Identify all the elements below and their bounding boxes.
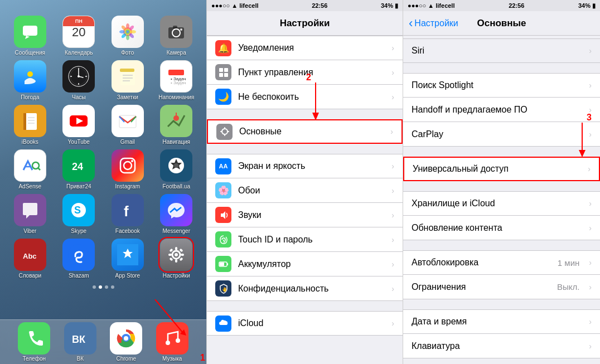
app-messages-label: Сообщения	[15, 50, 45, 56]
settings-cell-sounds[interactable]: Звуки ›	[207, 203, 403, 227]
general-cell-restrictions[interactable]: Ограничения Выкл. ›	[403, 275, 600, 299]
app-weather[interactable]: Погода	[8, 60, 52, 100]
svg-rect-72	[175, 259, 177, 263]
controlcenter-chevron: ›	[391, 68, 394, 77]
svg-rect-76	[180, 248, 183, 252]
general-cell-handoff[interactable]: Handoff и предлагаемое ПО ›	[403, 98, 600, 122]
settings-cell-touchid[interactable]: Touch ID и пароль ›	[207, 227, 403, 252]
app-shazam[interactable]: Shazam	[57, 239, 101, 279]
app-privat24[interactable]: 24 Приват24	[57, 149, 101, 190]
general-cell-siri[interactable]: Siri ›	[403, 38, 600, 63]
settings-cell-wallpaper[interactable]: 🌸 Обои ›	[207, 178, 403, 203]
notifications-icon: 🔔	[215, 40, 231, 56]
signal-2: ●●●○○	[211, 2, 230, 9]
general-icon	[216, 124, 233, 140]
app-slovari[interactable]: Abc Словари	[8, 239, 52, 279]
settings-cell-battery[interactable]: Аккумулятор ›	[207, 252, 403, 276]
app-messenger[interactable]: Messenger	[154, 194, 199, 234]
svg-point-17	[180, 28, 182, 31]
app-skype[interactable]: S Skype	[57, 194, 101, 234]
keyboard-label: Клавиатура	[412, 341, 582, 351]
handoff-label: Handoff и предлагаемое ПО	[412, 105, 582, 115]
dock-music-icon	[156, 322, 188, 355]
general-cell-carplay[interactable]: CarPlay ›	[403, 122, 600, 147]
general-cell-bgrefresh[interactable]: Обновление контента ›	[403, 216, 600, 240]
svg-rect-95	[224, 134, 225, 136]
app-camera[interactable]: Камера	[154, 16, 199, 56]
app-youtube[interactable]: YouTube	[57, 105, 101, 145]
app-appstore[interactable]: App Store	[105, 239, 150, 279]
dock-chrome[interactable]: Chrome	[110, 322, 142, 362]
icloud-label: iCloud	[238, 318, 385, 328]
controlcenter-icon	[215, 64, 231, 80]
settings-cell-donotdisturb[interactable]: 🌙 Не беспокоить ›	[207, 85, 403, 109]
dot-4	[111, 285, 114, 289]
app-adsense-icon	[14, 149, 46, 182]
app-settings[interactable]: Настройки	[154, 239, 199, 279]
gap-2	[403, 147, 600, 157]
app-skype-icon: S	[62, 194, 95, 226]
svg-rect-78	[180, 257, 183, 261]
app-ibooks[interactable]: iBooks	[8, 105, 52, 145]
settings-cell-icloud[interactable]: iCloud ›	[207, 311, 403, 336]
back-arrow-icon: ‹	[409, 17, 413, 30]
settings-cell-display[interactable]: AA Экран и яркость ›	[207, 154, 403, 178]
carplay-label: CarPlay	[412, 129, 582, 139]
gap-3	[403, 181, 600, 191]
touchid-icon	[215, 231, 231, 247]
phone3-general: ●●●○○ ▲ lifecell 22:56 34% ▮ ‹ Настройки…	[403, 0, 600, 364]
app-viber[interactable]: Viber	[8, 194, 52, 234]
settings-cell-privacy[interactable]: 🤚 Конфиденциальность ›	[207, 276, 403, 301]
settings-cell-notifications[interactable]: 🔔 Уведомления ›	[207, 36, 403, 60]
settings-cell-general[interactable]: Основные ›	[207, 119, 403, 144]
dock-music[interactable]: Музыка	[156, 322, 188, 362]
app-privat24-label: Приват24	[66, 183, 91, 190]
app-clock-icon	[62, 60, 95, 93]
app-reminders-label: Напоминания	[158, 94, 194, 100]
dock-music-label: Музыка	[162, 356, 182, 362]
svg-rect-97	[227, 131, 229, 132]
app-notes[interactable]: Заметки	[105, 60, 150, 100]
app-messages[interactable]: Сообщения	[8, 16, 52, 56]
app-slovari-icon: Abc	[14, 239, 46, 271]
general-cell-keyboard[interactable]: Клавиатура ›	[403, 334, 600, 358]
dock-vk[interactable]: ВК ВК	[64, 322, 96, 362]
icloud-chevron: ›	[391, 319, 394, 328]
app-settings-label: Настройки	[163, 273, 190, 279]
general-section-storage: Хранилище и iCloud › Обновление контента…	[403, 191, 600, 240]
settings-section-display: AA Экран и яркость › 🌸 Обои › Звуки ›	[207, 154, 403, 301]
display-chevron: ›	[391, 162, 394, 171]
app-facebook[interactable]: f Facebook	[105, 194, 150, 234]
home-app-grid: Сообщения ПН 20 Календарь	[0, 11, 206, 291]
general-cell-autolock[interactable]: Автоблокировка 1 мин ›	[403, 250, 600, 275]
general-section-2: Поиск Spotlight › Handoff и предлагаемое…	[403, 73, 600, 147]
svg-text:Abc: Abc	[23, 252, 37, 260]
status-time-3: 22:56	[509, 2, 524, 9]
storage-chevron: ›	[589, 199, 592, 208]
autolock-label: Автоблокировка	[412, 258, 551, 268]
general-cell-storage[interactable]: Хранилище и iCloud ›	[403, 191, 600, 216]
settings-cell-controlcenter[interactable]: Пункт управления ›	[207, 60, 403, 85]
dock-phone[interactable]: Телефон	[18, 322, 50, 362]
general-cell-spotlight[interactable]: Поиск Spotlight ›	[403, 73, 600, 98]
app-gmail[interactable]: Gmail	[105, 105, 150, 145]
app-calendar[interactable]: ПН 20 Календарь	[57, 16, 101, 56]
dot-3	[105, 285, 108, 289]
app-adsense[interactable]: AdSense	[8, 149, 52, 190]
general-cell-datetime[interactable]: Дата и время ›	[403, 309, 600, 334]
svg-point-18	[27, 71, 33, 77]
app-maps[interactable]: Навигация	[154, 105, 199, 145]
app-clock[interactable]: Часы	[57, 60, 101, 100]
back-button[interactable]: ‹ Настройки	[409, 17, 458, 30]
svg-point-57	[131, 160, 133, 162]
app-instagram[interactable]: Instagram	[105, 149, 150, 190]
app-photos[interactable]: Фото	[105, 16, 150, 56]
svg-point-5	[126, 23, 129, 29]
app-reminders[interactable]: • Задача 1 • Задача 2 Напоминания	[154, 60, 199, 100]
app-adsense-label: AdSense	[18, 183, 41, 190]
svg-rect-91	[219, 73, 223, 77]
general-cell-accessibility[interactable]: Универсальный доступ ›	[403, 157, 600, 181]
svg-text:24: 24	[72, 161, 83, 172]
app-football[interactable]: Football.ua	[154, 149, 199, 190]
status-battery-2: 34% ▮	[381, 2, 398, 9]
